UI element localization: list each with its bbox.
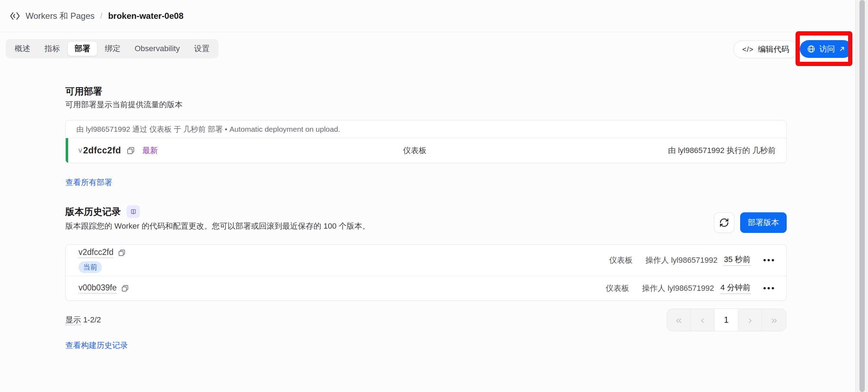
version-history-title: 版本历史记录 [65,206,121,218]
version-row: v00b039fe 仪表板 操作人 lyl986571992 4 分钟前 ••• [66,276,786,300]
row-source: 仪表板 [606,283,629,294]
available-deployments-subtitle: 可用部署显示当前提供流量的版本 [65,99,183,110]
deployment-meta: 由 lyl986571992 通过 仪表板 于 几秒前 部署 • Automat… [66,120,786,138]
visit-label: 访问 [819,44,835,54]
copy-icon[interactable] [121,284,129,293]
available-deployments-title: 可用部署 [65,85,102,98]
refresh-button[interactable] [714,212,734,233]
pagination-last-button[interactable]: » [762,309,786,331]
breadcrumb-current: broken-water-0e08 [108,11,183,21]
book-icon [130,208,137,215]
row-operator: 操作人 lyl986571992 [645,255,717,266]
version-hash: 2dfcc2fd [83,145,121,156]
tab-deployments[interactable]: 部署 [67,41,97,56]
tab-overview[interactable]: 概述 [8,41,37,56]
active-deployment-card: 由 lyl986571992 通过 仪表板 于 几秒前 部署 • Automat… [65,120,787,163]
active-deployment-row: v 2dfcc2fd 最新 仪表板 由 lyl986571992 执行的 几秒前 [66,138,786,163]
row-source: 仪表板 [609,255,633,266]
tab-bar: 概述 指标 部署 绑定 Observability 设置 [6,39,218,58]
pagination-prev-button[interactable]: ‹ [691,309,715,331]
tab-settings[interactable]: 设置 [187,41,216,56]
row-time[interactable]: 35 秒前 [724,254,750,266]
globe-icon [807,45,815,53]
deployment-source: 仪表板 [403,145,427,156]
row-menu-button[interactable]: ••• [763,258,776,262]
scrollbar-thumb[interactable] [859,0,865,392]
version-history-card: v2dfcc2fd 当前 仪表板 操作人 lyl986571992 35 秒前 … [65,244,787,301]
view-build-history-link[interactable]: 查看构建历史记录 [65,340,128,351]
view-all-deployments-link[interactable]: 查看所有部署 [65,177,112,188]
tab-bindings[interactable]: 绑定 [98,41,127,56]
version-row: v2dfcc2fd 当前 仪表板 操作人 lyl986571992 35 秒前 … [66,245,786,276]
showing-label: 显示 [65,315,81,325]
row-operator: 操作人 lyl986571992 [642,283,714,294]
copy-icon[interactable] [126,146,135,155]
copy-icon[interactable] [118,249,126,257]
row-menu-button[interactable]: ••• [763,287,776,290]
external-link-icon [839,46,845,52]
breadcrumb-separator: / [100,11,102,21]
tab-metrics[interactable]: 指标 [38,41,67,56]
edit-code-label: 编辑代码 [758,44,789,55]
deployment-executed-by: 由 lyl986571992 执行的 几秒前 [668,145,786,156]
current-badge: 当前 [78,261,102,273]
showing-count: 显示 1-2/2 [65,315,101,325]
breadcrumb-section[interactable]: Workers 和 Pages [26,10,94,22]
latest-badge[interactable]: 最新 [142,145,158,156]
edit-code-button[interactable]: </> 编辑代码 [733,40,798,58]
docs-badge[interactable] [126,205,140,218]
deploy-version-button[interactable]: 部署版本 [740,212,787,233]
tab-observability[interactable]: Observability [128,41,186,56]
pagination: « ‹ 1 › » [667,309,786,331]
visit-button[interactable]: 访问 [800,40,852,58]
pagination-next-button[interactable]: › [738,309,762,331]
row-time[interactable]: 4 分钟前 [721,282,750,294]
showing-range: 1-2/2 [83,315,101,324]
breadcrumb: Workers 和 Pages / broken-water-0e08 [0,0,855,32]
refresh-icon [719,218,729,228]
active-indicator-bar [66,138,68,163]
code-icon: </> [742,45,754,54]
scrollbar-track[interactable] [855,0,868,392]
version-history-subtitle: 版本跟踪您的 Worker 的代码和配置更改。您可以部署或回滚到最近保存的 10… [65,221,370,232]
workers-pages-icon [9,10,21,22]
version-prefix: v [78,146,82,154]
pagination-current-page[interactable]: 1 [715,309,738,331]
pagination-first-button[interactable]: « [667,309,691,331]
version-link[interactable]: v00b039fe [78,283,116,294]
version-link[interactable]: v2dfcc2fd [78,247,113,258]
